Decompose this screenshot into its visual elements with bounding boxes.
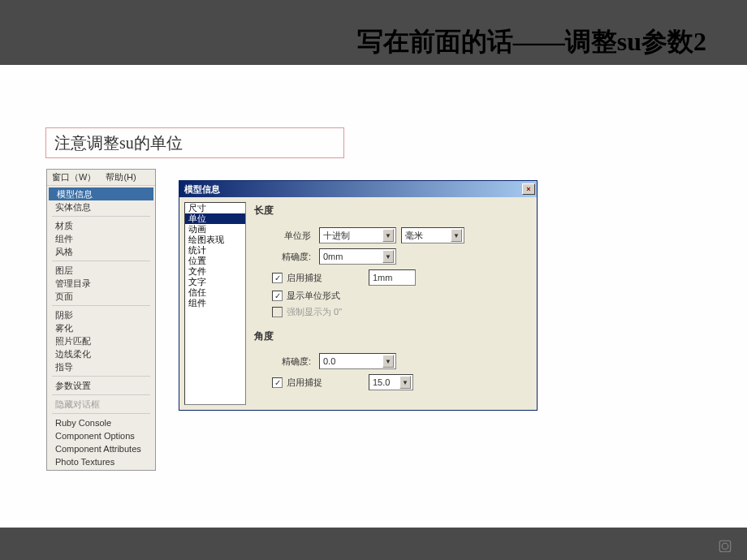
- unit-format-label: 单位形: [254, 230, 314, 242]
- display-units-checkbox[interactable]: ✓: [272, 291, 283, 301]
- angle-precision-value: 0.0: [323, 356, 335, 366]
- callout-box: 注意调整su的单位: [45, 127, 344, 158]
- menu-item-hide-dialogs: 隐藏对话框: [47, 398, 155, 411]
- dialog-sidebar: 尺寸 单位 动画 绘图表现 统计 位置 文件 文字 信任 组件: [184, 202, 246, 405]
- unit-type-value: 毫米: [405, 230, 423, 242]
- sidebar-item-units[interactable]: 单位: [185, 213, 245, 224]
- footer-logo-icon: [718, 539, 732, 554]
- sidebar-item-text[interactable]: 文字: [185, 277, 245, 287]
- svg-rect-0: [719, 541, 731, 552]
- angle-precision-label: 精确度:: [254, 355, 314, 368]
- unit-format-value: 十进制: [323, 230, 350, 242]
- dialog-main: 长度 单位形 十进制 ▼ 毫米 ▼ 精确度: 0mm ▼: [254, 202, 532, 405]
- menu-item-comp-attributes[interactable]: Component Attributes: [47, 442, 155, 455]
- menu-tab-help[interactable]: 帮助(H): [101, 170, 140, 185]
- menu-item-pages[interactable]: 页面: [47, 290, 155, 303]
- page-title: 写在前面的话——调整su参数2: [357, 24, 706, 60]
- menu-item-model-info[interactable]: 模型信息: [49, 187, 153, 200]
- display-units-label: 显示单位形式: [287, 290, 340, 302]
- enable-length-snap-checkbox[interactable]: ✓: [272, 273, 283, 283]
- dialog-title: 模型信息: [184, 183, 220, 196]
- menu-item-fog[interactable]: 雾化: [47, 321, 155, 334]
- chevron-down-icon: ▼: [451, 229, 462, 242]
- menu-item-soften[interactable]: 边线柔化: [47, 347, 155, 360]
- menu-item-match-photo[interactable]: 照片匹配: [47, 334, 155, 347]
- snap-length-input[interactable]: 1mm: [369, 269, 416, 286]
- menu-tab-window[interactable]: 窗口（W）: [47, 170, 101, 185]
- model-info-dialog: 模型信息 × 尺寸 单位 动画 绘图表现 统计 位置 文件 文字 信任 组件 长…: [179, 180, 538, 411]
- sidebar-item-location[interactable]: 位置: [185, 256, 245, 266]
- sidebar-item-dimensions[interactable]: 尺寸: [185, 203, 245, 213]
- dialog-titlebar[interactable]: 模型信息 ×: [179, 181, 537, 197]
- close-button[interactable]: ×: [522, 183, 535, 195]
- window-menu-dropdown: 窗口（W） 帮助(H) 模型信息 实体信息 材质 组件 风格 图层 管理目录 页…: [46, 169, 156, 471]
- menu-item-components[interactable]: 组件: [47, 232, 155, 245]
- chevron-down-icon: ▼: [399, 376, 411, 389]
- menu-item-entity-info[interactable]: 实体信息: [47, 200, 155, 213]
- sidebar-item-statistics[interactable]: 统计: [185, 245, 245, 256]
- menu-item-styles[interactable]: 风格: [47, 245, 155, 258]
- angle-snap-value: 15.0: [373, 377, 390, 387]
- menu-item-layers[interactable]: 图层: [47, 264, 155, 277]
- svg-point-1: [722, 543, 728, 549]
- menu-item-outliner[interactable]: 管理目录: [47, 277, 155, 290]
- menu-item-comp-options[interactable]: Component Options: [47, 429, 155, 442]
- enable-length-snap-label: 启用捕捉: [287, 272, 322, 284]
- length-section-header: 长度: [254, 204, 525, 218]
- menu-item-photo-textures[interactable]: Photo Textures: [47, 455, 155, 468]
- menu-item-preferences[interactable]: 参数设置: [47, 379, 155, 392]
- sidebar-item-file[interactable]: 文件: [185, 266, 245, 277]
- unit-type-dropdown[interactable]: 毫米 ▼: [401, 227, 464, 243]
- force-display-checkbox: [272, 307, 283, 317]
- length-precision-value: 0mm: [323, 252, 343, 261]
- callout-text: 注意调整su的单位: [54, 132, 183, 154]
- sidebar-item-credits[interactable]: 信任: [185, 287, 245, 298]
- sidebar-item-components[interactable]: 组件: [185, 298, 245, 308]
- sidebar-item-animation[interactable]: 动画: [185, 224, 245, 235]
- enable-angle-snap-checkbox[interactable]: ✓: [272, 377, 283, 388]
- length-precision-label: 精确度:: [254, 251, 314, 263]
- angle-section-header: 角度: [254, 330, 525, 343]
- angle-snap-dropdown[interactable]: 15.0 ▼: [369, 374, 413, 390]
- enable-angle-snap-label: 启用捕捉: [287, 377, 322, 389]
- force-display-label: 强制显示为 0": [287, 306, 342, 318]
- sidebar-item-rendering[interactable]: 绘图表现: [185, 235, 245, 245]
- unit-format-dropdown[interactable]: 十进制 ▼: [319, 227, 396, 243]
- length-precision-dropdown[interactable]: 0mm ▼: [319, 248, 396, 265]
- menu-item-shadows[interactable]: 阴影: [47, 308, 155, 321]
- menu-item-instructor[interactable]: 指导: [47, 360, 155, 373]
- chevron-down-icon: ▼: [382, 229, 394, 242]
- chevron-down-icon: ▼: [382, 250, 394, 263]
- chevron-down-icon: ▼: [382, 355, 394, 368]
- menu-item-materials[interactable]: 材质: [47, 219, 155, 232]
- angle-precision-dropdown[interactable]: 0.0 ▼: [319, 353, 396, 369]
- menu-item-ruby-console[interactable]: Ruby Console: [47, 416, 155, 429]
